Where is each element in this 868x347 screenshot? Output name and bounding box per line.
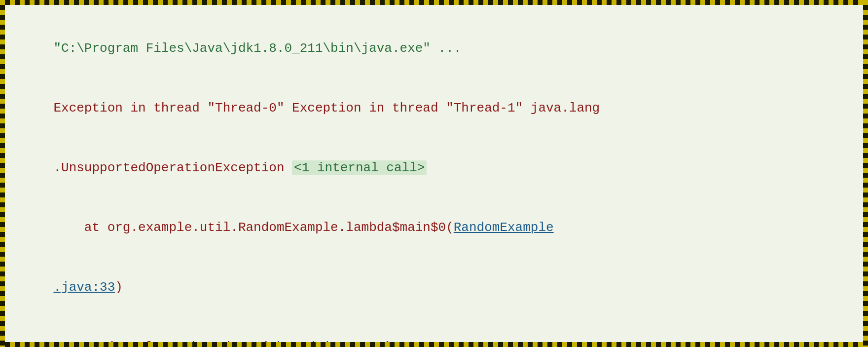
- internal-call-badge-1: <1 internal call>: [292, 160, 427, 175]
- bottom-border-stripe: [0, 342, 868, 347]
- console-line-2b: .UnsupportedOperationException <1 intern…: [23, 138, 845, 198]
- stack-at-1-suffix: .java:33): [53, 280, 122, 295]
- console-line-2: Exception in thread "Thread-0" Exception…: [23, 78, 845, 138]
- left-border-stripe: [0, 0, 5, 347]
- thread-run-text-1: at java.lang.Thread.run(Thread.java:748): [53, 340, 392, 342]
- exception-thread-text: Exception in thread "Thread-0" Exception…: [53, 101, 600, 116]
- java-path-text: "C:\Program Files\Java\jdk1.8.0_211\bin\…: [53, 41, 461, 56]
- random-example-java-link-1[interactable]: .java:33: [53, 280, 115, 295]
- thread-java-link-1[interactable]: Thread.java:748: [269, 340, 384, 342]
- unsupported-exception-text: .UnsupportedOperationException: [53, 160, 292, 175]
- top-border-stripe: [0, 0, 868, 5]
- console-line-1: "C:\Program Files\Java\jdk1.8.0_211\bin\…: [23, 19, 845, 78]
- console-line-5: at java.lang.Thread.run(Thread.java:748): [23, 317, 845, 342]
- stack-at-1-prefix: at org.example.util.RandomExample.lambda…: [53, 220, 553, 235]
- console-line-4: .java:33): [23, 258, 845, 317]
- random-example-link-1[interactable]: RandomExample: [454, 220, 554, 235]
- console-line-3: at org.example.util.RandomExample.lambda…: [23, 198, 845, 258]
- console-output: "C:\Program Files\Java\jdk1.8.0_211\bin\…: [5, 5, 863, 342]
- right-border-stripe: [863, 0, 868, 347]
